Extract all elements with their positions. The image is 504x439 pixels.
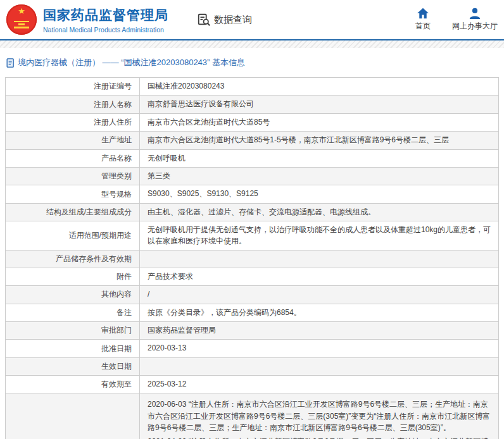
row-value: 2025-03-12	[140, 376, 498, 393]
table-row: 生产地址南京市六合区龙池街道时代大道85号1-5号楼，南京市江北新区博富路9号6…	[6, 132, 498, 149]
row-label: 注册证编号	[6, 78, 140, 95]
document-icon	[6, 58, 15, 68]
row-value: 无创呼吸机用于提供无创通气支持，以治疗呼吸功能不全的成人患者以及体重超过10kg…	[140, 221, 498, 250]
row-label: 生产地址	[6, 132, 140, 149]
row-label: 产品名称	[6, 150, 140, 167]
table-row: 其他内容/	[6, 286, 498, 304]
row-label: 产品储存条件及有效期	[6, 250, 140, 268]
row-label: 注册人名称	[6, 96, 140, 113]
row-value: 南京市六合区龙池街道时代大道85号	[140, 114, 498, 131]
row-label: 附件	[6, 268, 140, 285]
row-label: 有效期至	[6, 376, 140, 393]
row-value: 南京市六合区龙池街道时代大道85号1-5号楼，南京市江北新区博富路9号6号楼二层…	[140, 132, 498, 149]
table-row: 结构及组成/主要组成成分由主机、湿化器、过滤片、存储卡、交流电源适配器、电源线组…	[6, 204, 498, 221]
home-icon	[417, 8, 429, 19]
star-icon: ★	[6, 7, 37, 15]
table-row: 型号规格S9030、S9025、S9130、S9125	[6, 185, 498, 203]
nav-home[interactable]: 首页	[415, 8, 431, 32]
table-row: 有效期至2025-03-12	[6, 376, 498, 393]
row-label: 生效日期	[6, 358, 140, 375]
data-query-section[interactable]: 数据查询	[197, 13, 252, 27]
table-row-change-history: 变更情况 2020-06-03 “注册人住所：南京市六合区沿江工业开发区博富路9…	[6, 393, 498, 439]
row-value: 国家药品监督管理局	[140, 322, 498, 339]
row-value: 南京舒普思达医疗设备有限公司	[140, 96, 498, 113]
row-label: 管理类别	[6, 168, 140, 185]
breadcrumb-text: 境内医疗器械（注册） —— “国械注准20203080243” 基本信息	[18, 57, 245, 68]
row-label: 注册人住所	[6, 114, 140, 131]
registration-info-table: 注册证编号国械注准20203080243 注册人名称南京舒普思达医疗设备有限公司…	[5, 77, 499, 439]
row-label: 变更情况	[6, 393, 140, 439]
table-row: 产品储存条件及有效期	[6, 250, 498, 268]
site-subtitle: National Medical Products Administration	[43, 26, 168, 34]
row-label: 型号规格	[6, 185, 140, 202]
hatch-strip	[0, 40, 504, 48]
site-header: ★ 国家药品监督管理局 National Medical Products Ad…	[0, 0, 504, 39]
row-value: 产品技术要求	[140, 268, 498, 285]
table-row: 审批部门国家药品监督管理局	[6, 322, 498, 340]
table-row: 注册人住所南京市六合区龙池街道时代大道85号	[6, 114, 498, 132]
table-row: 注册证编号国械注准20203080243	[6, 78, 498, 96]
table-row: 产品名称无创呼吸机	[6, 150, 498, 168]
document-search-icon	[197, 13, 211, 27]
row-value: 无创呼吸机	[140, 150, 498, 167]
row-label: 适用范围/预期用途	[6, 221, 140, 250]
nav-service-hall-label: 网上办事大厅	[452, 21, 498, 32]
row-value: 由主机、湿化器、过滤片、存储卡、交流电源适配器、电源线组成。	[140, 204, 498, 221]
change-entry: 2021-04-20 “注册人住所：南京市江北新区博富路9号6号楼二层、三层；生…	[148, 436, 492, 439]
gate-icon	[14, 21, 29, 28]
table-row: 备注按原《分类目录》，该产品分类编码为6854。	[6, 304, 498, 322]
row-label: 结构及组成/主要组成成分	[6, 204, 140, 221]
row-value: 第三类	[140, 168, 498, 185]
person-icon	[469, 8, 481, 19]
row-value	[140, 358, 498, 375]
site-title-block: 国家药品监督管理局 National Medical Products Admi…	[43, 6, 168, 34]
nav-home-label: 首页	[415, 21, 431, 32]
national-emblem-logo: ★	[6, 4, 37, 35]
table-row: 适用范围/预期用途无创呼吸机用于提供无创通气支持，以治疗呼吸功能不全的成人患者以…	[6, 221, 498, 250]
change-history-value: 2020-06-03 “注册人住所：南京市六合区沿江工业开发区博富路9号6号楼二…	[140, 393, 498, 439]
change-entry: 2020-06-03 “注册人住所：南京市六合区沿江工业开发区博富路9号6号楼二…	[148, 399, 492, 434]
site-title: 国家药品监督管理局	[43, 6, 168, 24]
row-value	[140, 250, 498, 268]
row-label: 审批部门	[6, 322, 140, 339]
breadcrumb: 境内医疗器械（注册） —— “国械注准20203080243” 基本信息	[0, 48, 504, 76]
row-value: 按原《分类目录》，该产品分类编码为6854。	[140, 304, 498, 321]
data-query-label: 数据查询	[214, 14, 252, 26]
table-row: 生效日期	[6, 358, 498, 376]
table-row: 管理类别第三类	[6, 168, 498, 185]
nav-service-hall[interactable]: 网上办事大厅	[452, 8, 498, 32]
table-row: 注册人名称南京舒普思达医疗设备有限公司	[6, 96, 498, 113]
row-label: 备注	[6, 304, 140, 321]
row-value: 国械注准20203080243	[140, 78, 498, 95]
table-row: 附件产品技术要求	[6, 268, 498, 286]
row-value: 2020-03-13	[140, 340, 498, 357]
row-label: 其他内容	[6, 286, 140, 303]
row-value: S9030、S9025、S9130、S9125	[140, 185, 498, 202]
row-value: /	[140, 286, 498, 303]
table-row: 批准日期2020-03-13	[6, 340, 498, 357]
row-label: 批准日期	[6, 340, 140, 357]
